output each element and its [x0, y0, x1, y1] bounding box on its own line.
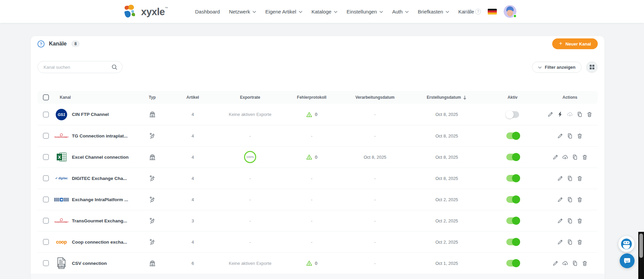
- copy-action-button[interactable]: [567, 239, 573, 245]
- delete-action-button[interactable]: [577, 196, 583, 203]
- edit-action-button[interactable]: [557, 196, 563, 203]
- error-log-value[interactable]: 0: [306, 112, 317, 118]
- row-checkbox[interactable]: [43, 260, 49, 266]
- channel-logo-coop: coop: [54, 239, 69, 245]
- edit-action-button[interactable]: [552, 260, 558, 266]
- search-input[interactable]: [37, 61, 123, 73]
- nav-item-einstellungen[interactable]: Einstellungen: [347, 9, 383, 14]
- trigger-export-action-button[interactable]: [557, 112, 563, 118]
- creation-date: Oct 2, 2025: [410, 218, 483, 223]
- upload-action-button[interactable]: [562, 154, 568, 160]
- channels-card: ? Kanäle 8 + Neuer Kanal Filter anzeigen: [31, 36, 605, 279]
- column-header-erstellungsdatum[interactable]: Erstellungsdatum: [410, 95, 483, 100]
- processing-date: -: [340, 218, 410, 223]
- select-all-checkbox[interactable]: [43, 94, 49, 100]
- active-toggle-on[interactable]: [506, 260, 519, 267]
- nav-item-eigene-artikel[interactable]: Eigene Artikel: [265, 9, 302, 14]
- row-checkbox[interactable]: [43, 154, 49, 160]
- error-log-value: -: [284, 176, 340, 181]
- column-header-verarbeitungsdatum[interactable]: Verarbeitungsdatum: [340, 95, 410, 100]
- edit-action-button[interactable]: [557, 239, 563, 245]
- table-row: Exchange IntraPlatform ... 4 - - - Oct 2…: [37, 189, 598, 210]
- edit-action-button[interactable]: [557, 175, 563, 181]
- language-flag-german[interactable]: [488, 9, 497, 14]
- creation-date: Oct 8, 2025: [410, 133, 483, 138]
- new-channel-button[interactable]: + Neuer Kanal: [552, 38, 598, 49]
- edit-action-button[interactable]: [547, 112, 554, 118]
- edit-action-button[interactable]: [552, 154, 558, 160]
- nav-item-kataloge[interactable]: Kataloge: [312, 9, 338, 14]
- toolbar-right: Filter anzeigen: [532, 61, 598, 73]
- row-checkbox[interactable]: [43, 112, 49, 118]
- edit-action-button[interactable]: [557, 133, 563, 139]
- show-filters-button[interactable]: Filter anzeigen: [532, 62, 582, 73]
- nav-item-netzwerk[interactable]: Netzwerk: [229, 9, 256, 14]
- error-log-value[interactable]: 0: [306, 154, 317, 160]
- active-toggle-on[interactable]: [506, 217, 519, 224]
- row-checkbox[interactable]: [43, 239, 49, 245]
- copy-action-button[interactable]: [572, 260, 578, 266]
- column-header-kanal[interactable]: Kanal: [51, 95, 135, 100]
- error-log-value[interactable]: 0: [306, 260, 317, 266]
- delete-action-button[interactable]: [577, 239, 583, 245]
- copy-action-button[interactable]: [567, 196, 573, 203]
- upload-action-button[interactable]: [562, 260, 568, 266]
- nav-item-auth[interactable]: Auth: [392, 9, 409, 14]
- active-toggle-on[interactable]: [506, 154, 519, 160]
- help-link[interactable]: Hilfe ?: [464, 9, 481, 14]
- copy-action-button[interactable]: [577, 112, 583, 118]
- channel-name: Excel Channel connection: [72, 155, 129, 160]
- delete-action-button[interactable]: [577, 175, 583, 181]
- top-navigation-bar: xyxle™ Dashboard Netzwerk Eigene Artikel…: [0, 0, 644, 23]
- chat-bubble-icon: [623, 257, 631, 265]
- column-header-aktiv[interactable]: Aktiv: [483, 95, 542, 100]
- row-checkbox[interactable]: [43, 196, 49, 203]
- copy-action-button[interactable]: [567, 218, 573, 224]
- error-log-value: -: [284, 218, 340, 223]
- nav-item-briefkasten[interactable]: Briefkasten: [418, 9, 449, 14]
- chat-widget-button[interactable]: [620, 253, 635, 268]
- delete-action-button[interactable]: [582, 154, 588, 160]
- row-checkbox[interactable]: [43, 218, 49, 224]
- copy-action-button[interactable]: [572, 154, 578, 160]
- channel-logo-transgourmet: TRANSGOURMET: [54, 133, 69, 138]
- card-header: ? Kanäle 8 + Neuer Kanal: [37, 38, 598, 50]
- edit-action-button[interactable]: [557, 218, 563, 224]
- active-toggle-on[interactable]: [506, 196, 519, 203]
- column-header-fehlerprotokoll[interactable]: Fehlerprotokoll: [284, 95, 340, 100]
- creation-date: Oct 8, 2025: [410, 176, 483, 181]
- channel-name: DIGITEC Exchange Cha...: [72, 176, 127, 181]
- exportrate-value: -: [216, 240, 284, 245]
- processing-date: Oct 8, 2025: [340, 155, 410, 160]
- column-header-exportrate[interactable]: Exportrate: [216, 95, 284, 100]
- active-toggle-on[interactable]: [506, 175, 519, 182]
- column-header-artikel[interactable]: Artikel: [169, 95, 216, 100]
- delete-action-button[interactable]: [587, 112, 593, 118]
- delete-action-button[interactable]: [582, 260, 588, 266]
- delete-action-button[interactable]: [577, 218, 583, 224]
- nav-item-dashboard[interactable]: Dashboard: [195, 9, 220, 14]
- grid-view-button[interactable]: [586, 61, 598, 73]
- column-header-typ[interactable]: Typ: [135, 95, 169, 100]
- exportrate-value: -: [216, 218, 284, 223]
- brand-name: xyxle™: [141, 6, 168, 18]
- error-log-value: -: [284, 197, 340, 202]
- copy-action-button[interactable]: [567, 175, 573, 181]
- brand-logo[interactable]: xyxle™: [124, 4, 168, 20]
- page-help-icon[interactable]: ?: [37, 40, 45, 48]
- browser-scrollbar-thumb[interactable]: [639, 234, 643, 258]
- row-checkbox[interactable]: [43, 175, 49, 181]
- connection-channel-icon: [149, 217, 156, 224]
- channel-logo-digitec: ✔digitec: [54, 177, 69, 180]
- ai-assistant-button[interactable]: [618, 236, 635, 252]
- row-actions: [557, 133, 583, 139]
- active-toggle-off[interactable]: [506, 111, 519, 118]
- server-channel-icon: [149, 111, 156, 118]
- row-checkbox[interactable]: [43, 133, 49, 139]
- user-avatar[interactable]: [504, 5, 516, 18]
- active-toggle-on[interactable]: [506, 132, 519, 139]
- channel-name: CSV connection: [72, 261, 107, 266]
- delete-action-button[interactable]: [577, 133, 583, 139]
- active-toggle-on[interactable]: [506, 239, 519, 245]
- copy-action-button[interactable]: [567, 133, 573, 139]
